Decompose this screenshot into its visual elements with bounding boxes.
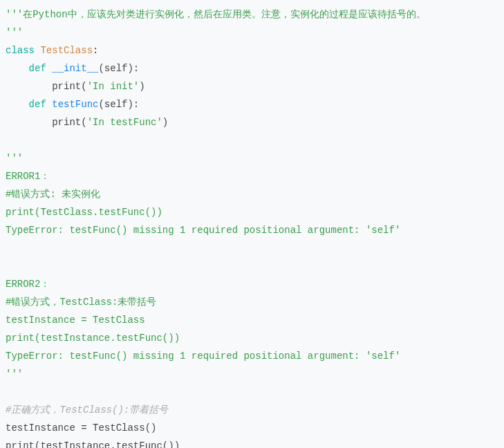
error-message: TypeError: testFunc() missing 1 required… xyxy=(6,225,400,236)
docstring-start: ''' xyxy=(6,153,23,164)
code-line: print(testInstance.testFunc()) xyxy=(6,440,180,448)
string-literal: 'In init' xyxy=(87,81,140,92)
keyword-class: class xyxy=(6,45,35,56)
docstring-end: ''' xyxy=(6,368,23,380)
code-line: print(testInstance.testFunc()) xyxy=(6,333,180,344)
class-name: TestClass xyxy=(40,45,93,56)
keyword-def: def xyxy=(29,63,46,74)
comment-correct: #正确方式，TestClass():带着括号 xyxy=(6,404,168,416)
comment: #错误方式，TestClass:未带括号 xyxy=(6,297,156,308)
code-block: '''在Python中，应该先对类进行实例化，然后在应用类。注意，实例化的过程是… xyxy=(6,6,498,448)
docstring-end: ''' xyxy=(6,27,23,38)
code-line: print(TestClass.testFunc()) xyxy=(6,207,162,218)
method-name: testFunc xyxy=(52,99,98,110)
error-label: ERROR2： xyxy=(6,279,50,290)
docstring-start: '''在Python中，应该先对类进行实例化，然后在应用类。注意，实例化的过程是… xyxy=(6,9,426,20)
error-label: ERROR1： xyxy=(6,171,50,182)
comment: #错误方式: 未实例化 xyxy=(6,189,100,200)
code-line: testInstance = TestClass() xyxy=(6,422,156,433)
keyword-def: def xyxy=(29,99,46,110)
method-name: __init__ xyxy=(52,63,98,74)
code-line: testInstance = TestClass xyxy=(6,315,145,326)
string-literal: 'In testFunc' xyxy=(87,117,162,128)
error-message: TypeError: testFunc() missing 1 required… xyxy=(6,351,400,362)
